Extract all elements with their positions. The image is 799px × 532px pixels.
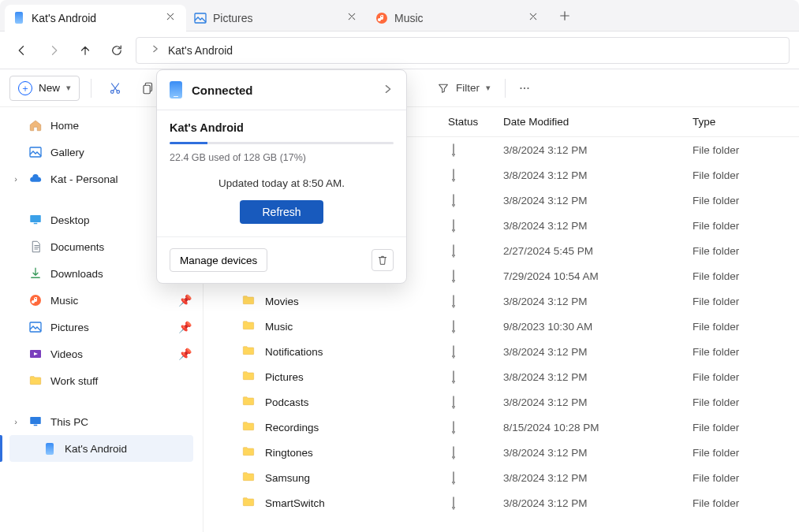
refresh-button[interactable] [104, 38, 129, 63]
file-row[interactable]: Podcasts3/8/2024 3:12 PMFile folder [203, 389, 799, 415]
file-row[interactable]: Pictures3/8/2024 3:12 PMFile folder [203, 364, 799, 389]
date-cell: 3/8/2024 3:12 PM [503, 371, 693, 383]
file-row[interactable]: Notifications3/8/2024 3:12 PMFile folder [203, 339, 799, 364]
date-cell: 3/8/2024 3:12 PM [503, 296, 693, 307]
sidebar-item-device[interactable]: Kat's Android [9, 435, 193, 462]
close-icon[interactable] [166, 12, 178, 24]
close-icon[interactable] [528, 12, 541, 24]
chevron-down-icon: ▾ [486, 83, 491, 93]
type-cell: File folder [693, 296, 799, 307]
name-cell: Podcasts [203, 395, 448, 410]
sidebar-item-work[interactable]: Work stuff [0, 367, 203, 394]
sidebar-item-label: Home [50, 120, 79, 132]
sidebar-item-label: Pictures [50, 322, 89, 333]
chevron-right-icon[interactable] [383, 84, 394, 97]
date-cell: 3/8/2024 3:12 PM [503, 472, 693, 484]
type-cell: File folder [693, 447, 799, 459]
address-bar[interactable]: Kat's Android [136, 37, 790, 64]
phone-status-icon [453, 446, 454, 459]
sidebar-item-videos[interactable]: Videos 📌 [0, 340, 203, 367]
selected-indicator [0, 435, 2, 462]
date-cell: 7/29/2024 10:54 AM [503, 270, 693, 282]
videos-icon [28, 347, 43, 361]
phone-status-icon [453, 169, 454, 182]
up-button[interactable] [73, 38, 98, 63]
svg-point-6 [520, 87, 521, 88]
phone-icon [13, 12, 25, 24]
row-name: SmartSwitch [265, 497, 325, 509]
file-row[interactable]: Music9/8/2023 10:30 AMFile folder [203, 314, 799, 339]
sidebar-item-pictures[interactable]: Pictures 📌 [0, 314, 203, 340]
pictures-icon [194, 12, 207, 24]
new-button[interactable]: ＋ New ▾ [9, 76, 80, 101]
phone-status-icon [453, 370, 454, 384]
sidebar-item-label: This PC [50, 416, 88, 428]
forward-button[interactable] [41, 38, 66, 63]
tab-pictures[interactable]: Pictures [186, 5, 368, 32]
more-button[interactable] [512, 76, 537, 101]
type-cell: File folder [693, 220, 799, 232]
file-row[interactable]: SmartSwitch3/8/2024 3:12 PMFile folder [203, 490, 799, 515]
folder-icon [241, 395, 256, 410]
phone-status-icon [453, 396, 454, 409]
date-cell: 3/8/2024 3:12 PM [503, 195, 693, 206]
new-label: New [39, 82, 60, 94]
phone-status-icon [453, 194, 454, 207]
phone-status-icon [453, 320, 454, 333]
folder-icon [241, 370, 256, 385]
sidebar-item-thispc[interactable]: › This PC [0, 408, 203, 435]
pictures-icon [28, 320, 43, 334]
refresh-device-button[interactable]: Refresh [240, 200, 323, 224]
file-row[interactable]: Movies3/8/2024 3:12 PMFile folder [203, 288, 799, 314]
sidebar-item-music[interactable]: Music 📌 [0, 287, 203, 314]
date-cell: 3/8/2024 3:12 PM [503, 346, 693, 358]
file-row[interactable]: Recordings8/15/2024 10:28 PMFile folder [203, 415, 799, 440]
download-icon [28, 266, 43, 281]
folder-icon [241, 294, 256, 309]
name-cell: Music [203, 319, 448, 334]
new-tab-button[interactable] [554, 5, 576, 27]
file-row[interactable]: Ringtones3/8/2024 3:12 PMFile folder [203, 440, 799, 465]
address-segment[interactable]: Kat's Android [168, 44, 233, 57]
tab-kats-android[interactable]: Kat's Android [5, 5, 186, 32]
back-button[interactable] [9, 38, 35, 63]
tab-label: Pictures [213, 12, 341, 24]
column-header-date[interactable]: Date Modified [503, 116, 693, 128]
tab-label: Kat's Android [32, 12, 159, 24]
column-header-status[interactable]: Status [448, 116, 503, 128]
status-cell [448, 371, 503, 383]
close-icon[interactable] [347, 12, 360, 24]
filter-button[interactable]: Filter ▾ [429, 76, 498, 101]
date-cell: 3/8/2024 3:12 PM [503, 169, 693, 181]
type-cell: File folder [693, 472, 799, 484]
sidebar-item-label: Documents [50, 241, 104, 253]
status-cell [448, 447, 503, 459]
name-cell: SmartSwitch [203, 496, 448, 511]
sidebar-item-label: Gallery [50, 147, 84, 158]
cut-button[interactable] [103, 76, 128, 101]
column-header-type[interactable]: Type [693, 116, 799, 128]
file-row[interactable]: Samsung3/8/2024 3:12 PMFile folder [203, 465, 799, 490]
folder-icon [241, 496, 256, 511]
cloud-icon [28, 172, 43, 186]
svg-rect-10 [30, 215, 41, 222]
phone-status-icon [453, 143, 454, 157]
plus-icon: ＋ [18, 81, 32, 95]
status-cell [448, 220, 503, 232]
chevron-right-icon[interactable]: › [11, 174, 21, 184]
folder-icon [241, 445, 256, 460]
updated-text: Updated today at 8:50 AM. [170, 171, 394, 192]
svg-point-8 [527, 87, 528, 88]
row-name: Recordings [265, 422, 319, 433]
sidebar-item-label: Work stuff [50, 375, 98, 387]
phone-icon [43, 441, 57, 456]
tab-music[interactable]: Music [368, 5, 549, 32]
phone-status-icon [453, 295, 454, 308]
manage-devices-button[interactable]: Manage devices [170, 248, 267, 272]
row-name: Pictures [265, 371, 304, 383]
chevron-right-icon[interactable]: › [11, 417, 21, 426]
folder-icon [241, 344, 256, 359]
delete-device-button[interactable] [371, 249, 394, 271]
status-cell [448, 396, 503, 408]
row-name: Movies [265, 296, 299, 307]
